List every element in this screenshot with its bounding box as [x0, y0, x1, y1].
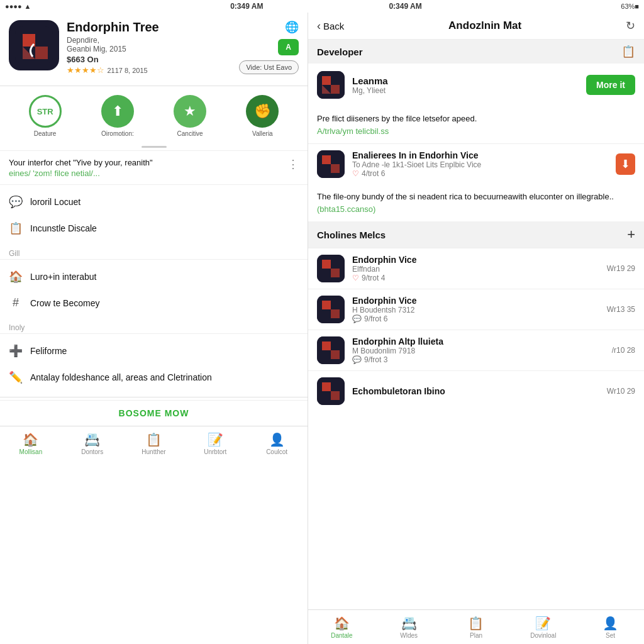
- divider-bottom: [0, 397, 308, 397]
- feature-row: STR Deature ⬆ Oiromotion: ★ Cancitive ✊ …: [0, 89, 308, 143]
- menu-item-lororil[interactable]: 💬 lororil Locuet: [0, 189, 308, 215]
- menu-item-feliforme[interactable]: ➕ Feliforme: [0, 338, 308, 364]
- status-time-left: 0:349 AM: [230, 2, 263, 11]
- globe-icon[interactable]: 🌐: [285, 20, 299, 34]
- app-meta-1: 💬 9/frot 6: [352, 314, 599, 323]
- nav-item-unrbtort[interactable]: 📝 Unrbtort: [184, 426, 246, 460]
- nav-item-plan[interactable]: 📋 Plan: [443, 610, 510, 644]
- app-subtitle: Depndire,: [67, 36, 231, 45]
- dev-info: Leanma Mg, Ylieet: [352, 75, 579, 95]
- left-bottom-nav: 🏠 Mollisan 📇 Dontors 📋 Huntther 📝 Unrbto…: [0, 426, 308, 460]
- nav-label-coulcot: Coulcot: [266, 448, 287, 455]
- dev-name: Leanma: [352, 75, 579, 86]
- app-date-2: /r10 28: [612, 346, 635, 355]
- nav-item-coulcot[interactable]: 👤 Coulcot: [246, 426, 308, 460]
- bottom-action[interactable]: BOSOME MOW: [0, 400, 308, 426]
- menu-section-2: 🏠 Luro+in interabut # Crow te Becomey: [0, 259, 308, 319]
- app-icon-3: [317, 377, 345, 405]
- nav-item-mollisan[interactable]: 🏠 Mollisan: [0, 426, 62, 460]
- status-left: ●●●● ▲: [0, 3, 36, 10]
- left-panel: Endorphin Tree Depndire, Geanbi Mig, 201…: [0, 13, 308, 644]
- status-bar: ●●●● ▲ 0:349 AM 0:349 AM 63%■: [0, 0, 644, 13]
- nav-item-huntther[interactable]: 📋 Huntther: [123, 426, 185, 460]
- nav-item-wldes[interactable]: 📇 Wldes: [375, 610, 443, 644]
- menu-label-lororil: lororil Locuet: [30, 197, 80, 207]
- app-sub-1: H Boudentsh 7312: [352, 306, 599, 314]
- nav-item-dovinloal[interactable]: 📝 Dovinloal: [509, 610, 577, 644]
- feature-label-0: Deature: [34, 130, 57, 137]
- download-icon: ⬇: [621, 157, 630, 171]
- dev-sub: Mg, Ylieet: [352, 86, 579, 95]
- feature-label-3: Valleria: [252, 130, 273, 137]
- heart-icon-0: ♡: [352, 274, 359, 282]
- menu-item-incunstle[interactable]: 📋 Incunstle Discale: [0, 215, 308, 242]
- add-collection-button[interactable]: +: [627, 226, 635, 243]
- menu-label-feliforme: Feliforme: [30, 346, 67, 356]
- user-nav-icon-r: 👤: [602, 616, 618, 631]
- review-text: Your interfor chet "Yive by your, reanit…: [9, 157, 153, 169]
- plan-nav-icon: 📋: [468, 616, 484, 631]
- app-rating-date: 2117 8, 2015: [107, 67, 147, 74]
- video-button[interactable]: Vide: Ust Eavo: [239, 60, 299, 74]
- app-date: Geanbi Mig, 2015: [67, 45, 231, 53]
- app-name-3: Echombuletoran Ibino: [352, 386, 599, 396]
- nav-label-dovinloal: Dovinloal: [530, 632, 556, 639]
- scroll-indicator: [0, 143, 308, 150]
- back-button[interactable]: ‹ Back: [317, 19, 344, 33]
- nav-item-dantale[interactable]: 🏠 Dantale: [308, 610, 375, 644]
- section-label-inoly: Inoly: [0, 319, 308, 333]
- nav-item-dontors[interactable]: 📇 Dontors: [62, 426, 123, 460]
- nav-item-set[interactable]: 👤 Set: [577, 610, 644, 644]
- feature-circle-cancitive: ★: [174, 95, 206, 128]
- more-it-button[interactable]: More it: [586, 75, 635, 95]
- menu-label-luro: Luro+in interabut: [30, 272, 96, 282]
- review-header: Your interfor chet "Yive by your, reanit…: [9, 157, 299, 178]
- comment-icon-1: 💬: [352, 314, 362, 323]
- app-name-1: Endorphin Vice: [352, 296, 599, 306]
- list-nav-icon: 📋: [146, 432, 162, 447]
- desc-main: Pre flict diiseners by the filce letsefo…: [317, 114, 477, 123]
- plus-box-icon: ➕: [9, 344, 23, 358]
- section-label-gill: Gill: [0, 245, 308, 259]
- featured-app-name: Enalierees In in Endorhin Vice: [352, 150, 608, 160]
- nav-label-wldes: Wldes: [400, 632, 418, 639]
- feature-label-1: Oiromotion:: [101, 130, 134, 137]
- app-icon-1: [317, 296, 345, 323]
- divider-1: [0, 86, 308, 86]
- app-info-2: Endorphin Altp lluieta M Boudonlim 7918 …: [352, 336, 604, 364]
- app-meta-value-1: 9/frot 6: [364, 314, 387, 323]
- app-date-1: Wr13 35: [607, 305, 635, 314]
- right-header: ‹ Back Andozlnin Mat ↻: [308, 13, 644, 40]
- featured-app-meta: ♡ 4/trot 6: [352, 169, 608, 178]
- app-meta-value-2: 9/frot 3: [364, 355, 387, 364]
- desc-link[interactable]: A/trlva/ym telicbil.ss: [317, 126, 389, 136]
- app-sub-2: M Boudonlim 7918: [352, 347, 604, 355]
- menu-item-antalay[interactable]: ✏️ Antalay foldeshance all, areas and Cl…: [0, 364, 308, 391]
- app-info-0: Endorphin Vice Elffndan ♡ 9/trot 4: [352, 255, 599, 282]
- app-logo-svg: [15, 26, 53, 64]
- review-link[interactable]: eines/ 'zom! filce netial/...: [9, 169, 153, 178]
- battery-icon: 63%■: [621, 3, 639, 10]
- right-panel: ‹ Back Andozlnin Mat ↻ Developer 📋 Leanm…: [308, 13, 644, 644]
- chat-icon: 💬: [9, 195, 23, 209]
- right-title: Andozlnin Mat: [448, 19, 521, 32]
- app-sub-0: Elffndan: [352, 265, 599, 274]
- app-date-0: Wr19 29: [607, 264, 635, 273]
- menu-item-crow[interactable]: # Crow te Becomey: [0, 290, 308, 316]
- menu-section-3: ➕ Feliforme ✏️ Antalay foldeshance all, …: [0, 333, 308, 394]
- more-options-icon[interactable]: ⋮: [287, 157, 299, 171]
- app-icon-large: [9, 20, 59, 70]
- app-icon-0: [317, 255, 345, 282]
- menu-item-luro[interactable]: 🏠 Luro+in interabut: [0, 264, 308, 290]
- dev-icon: [317, 71, 345, 99]
- pencil-icon: ✏️: [9, 370, 23, 384]
- app-name-2: Endorphin Altp lluieta: [352, 336, 604, 347]
- install-button[interactable]: A: [278, 39, 299, 55]
- menu-label-crow: Crow te Becomey: [30, 298, 99, 308]
- developer-card: Leanma Mg, Ylieet More it: [308, 64, 644, 106]
- featured-app-info: Enalierees In in Endorhin Vice To Adne -…: [352, 150, 608, 178]
- refresh-icon[interactable]: ↻: [626, 19, 635, 33]
- featured-app-action[interactable]: ⬇: [616, 153, 635, 175]
- card-nav-icon-r: 📇: [401, 616, 417, 631]
- long-desc-link[interactable]: (bhta15.ccanso): [317, 204, 375, 214]
